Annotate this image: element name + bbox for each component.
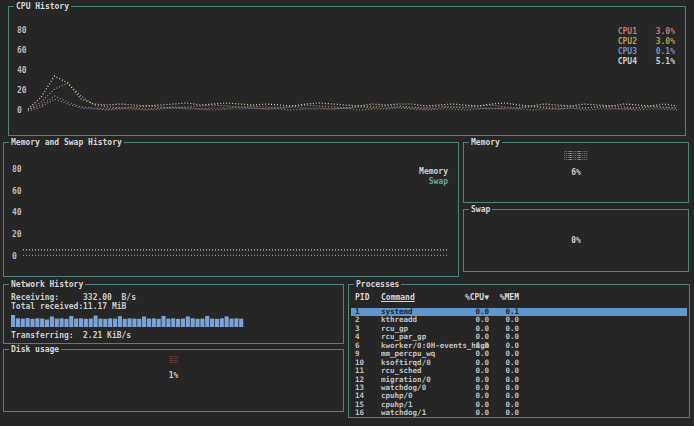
network-bar [239, 319, 243, 327]
process-command: watchdog/1 [381, 409, 426, 418]
network-bar [98, 319, 102, 327]
legend-item-swap: Swap [419, 177, 448, 187]
usage-dot [575, 159, 576, 160]
disk-usage-panel: Disk usage 1% [3, 349, 344, 412]
network-bar [181, 319, 185, 327]
process-pid: 16 [355, 409, 364, 418]
network-bar [55, 319, 59, 327]
network-bar [215, 319, 219, 327]
legend-label: CPU3 [618, 47, 637, 57]
column-header-pid[interactable]: PID [355, 293, 369, 302]
network-bar [142, 316, 146, 327]
usage-dot [566, 153, 567, 154]
receiving-value: 332.00 B/s [83, 293, 136, 302]
usage-dot [586, 157, 587, 158]
usage-dot [176, 358, 177, 359]
network-bar [60, 318, 64, 327]
network-bar [26, 318, 30, 327]
panel-title: CPU History [14, 2, 71, 11]
network-bar [200, 319, 204, 327]
network-bar [89, 319, 93, 327]
network-bar [11, 315, 15, 327]
disk-usage-value: 1% [4, 371, 343, 380]
legend-value: 3.0% [649, 37, 675, 47]
usage-dot [171, 362, 172, 363]
network-bar [161, 316, 165, 327]
usage-dot [584, 153, 585, 154]
usage-dot [586, 159, 587, 160]
network-bar [234, 318, 238, 327]
usage-dot [566, 155, 567, 156]
usage-dot [566, 157, 567, 158]
network-bar [118, 316, 122, 327]
legend-item-cpu1: CPU13.0% [618, 27, 675, 37]
legend-value: 0.1% [649, 47, 675, 57]
panel-title: Memory [469, 138, 502, 147]
panel-title: Disk usage [9, 345, 61, 354]
cpu_history-series-cpu4 [28, 76, 677, 109]
legend-label: Memory [419, 167, 448, 177]
usage-dot [582, 159, 583, 160]
network-bar [113, 319, 117, 327]
cpu-history-chart [25, 19, 680, 115]
usage-dot [171, 358, 172, 359]
legend-value: 5.1% [649, 57, 675, 67]
network-history-panel: Network History Receiving:332.00 B/s Tot… [3, 284, 344, 344]
network-received-sparkline [11, 315, 244, 327]
network-receiving-line: Receiving:332.00 B/s [11, 293, 136, 302]
usage-dot [575, 157, 576, 158]
legend-label: CPU2 [618, 37, 637, 47]
usage-dot [586, 155, 587, 156]
network-transfer-line: Transferring:2.21 KiB/s [11, 331, 131, 340]
usage-dot [582, 155, 583, 156]
usage-dot [171, 360, 172, 361]
legend-label: CPU1 [618, 27, 637, 37]
usage-dot [584, 155, 585, 156]
legend-item-memory: Memory [419, 167, 448, 177]
network-bar [157, 319, 161, 327]
panel-title: Processes [354, 280, 401, 289]
process-mem: 0.0 [495, 409, 519, 418]
panel-title: Memory and Swap History [9, 138, 124, 147]
network-bar [50, 316, 54, 327]
column-header-cpu[interactable]: %CPU▼ [459, 293, 489, 302]
usage-dot [176, 360, 177, 361]
y-tick-0: 0 [17, 106, 22, 115]
network-bar [108, 318, 112, 327]
network-bar [191, 318, 195, 327]
swap-usage-value: 0% [464, 236, 688, 245]
column-header-mem[interactable]: %MEM [495, 293, 519, 302]
y-tick-0: 0 [12, 252, 17, 261]
network-bar [128, 318, 132, 327]
usage-dot [584, 157, 585, 158]
processes-panel: Processes PID Command %CPU▼ %MEM 1system… [348, 284, 690, 418]
network-bar [64, 319, 68, 327]
network-bar [171, 318, 175, 327]
network-bar [210, 319, 214, 327]
column-header-command[interactable]: Command [381, 293, 415, 302]
memory-swap-chart [20, 157, 452, 261]
legend-item-cpu2: CPU23.0% [618, 37, 675, 47]
legend-item-cpu3: CPU30.1% [618, 47, 675, 57]
process-row-watchdog/1[interactable]: 16watchdog/10.00.0 [351, 409, 687, 417]
usage-dot [586, 153, 587, 154]
cpu-history-panel: CPU History 020406080 CPU13.0%CPU23.0%CP… [8, 6, 686, 136]
usage-dot [566, 159, 567, 160]
process-table-header: PID Command %CPU▼ %MEM [351, 293, 687, 302]
legend-value: 3.0% [649, 27, 675, 37]
network-bar [103, 319, 107, 327]
legend-label: Swap [429, 177, 448, 187]
network-bar [84, 319, 88, 327]
usage-dot [584, 159, 585, 160]
network-bar [147, 319, 151, 327]
total-received-label: Total received: [11, 302, 83, 311]
network-bar [74, 319, 78, 327]
network-bar [16, 318, 20, 327]
network-bar [176, 319, 180, 327]
usage-dot [176, 362, 177, 363]
network-bar [229, 319, 233, 327]
network-bar [123, 319, 127, 327]
transferring-label: Transferring: [11, 331, 83, 340]
cpu-legend: CPU13.0%CPU23.0%CPU30.1%CPU45.1% [618, 27, 675, 67]
network-bar [195, 319, 199, 327]
